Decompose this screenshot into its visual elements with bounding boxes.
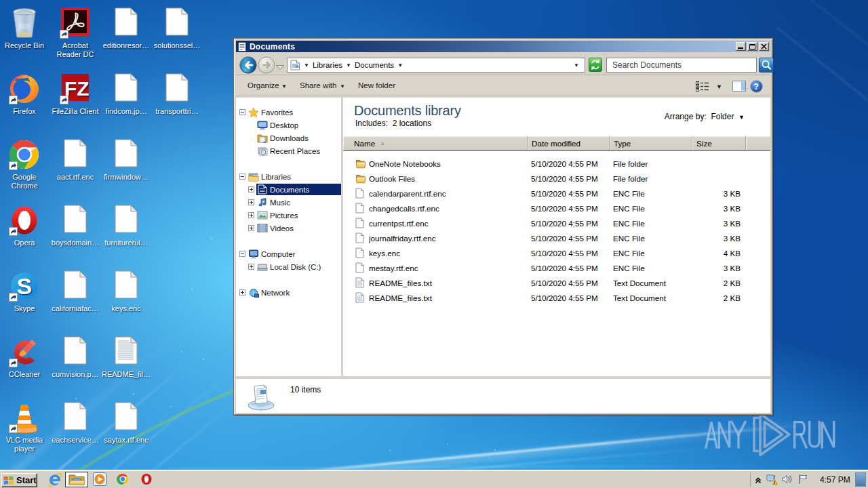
svg-text:?: ? — [754, 82, 759, 92]
svg-text:!: ! — [774, 481, 775, 485]
svg-text:S: S — [17, 273, 33, 299]
